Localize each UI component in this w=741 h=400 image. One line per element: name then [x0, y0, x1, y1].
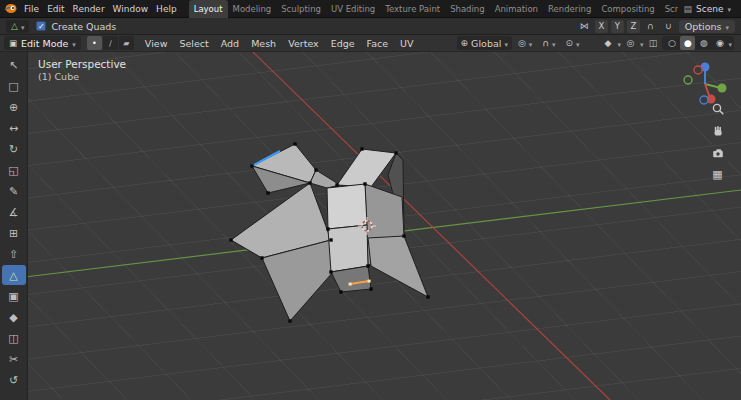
- tool-add-cube[interactable]: ⊞: [2, 223, 26, 243]
- gizmo-z-neg-ball[interactable]: [700, 96, 708, 104]
- tool-settings-right: ⋈ X Y Z ∩ ∪ Options: [577, 20, 735, 33]
- menu-window[interactable]: Window: [109, 0, 153, 18]
- workspace-tab-uv-editing[interactable]: UV Editing: [326, 0, 380, 18]
- menu-mesh[interactable]: Mesh: [246, 35, 281, 52]
- select-mode-buttons: • ∕ ▰: [87, 36, 134, 50]
- topbar-menus: File Edit Render Window Help: [20, 0, 181, 18]
- poly-build-tool-icon: △: [11, 22, 18, 31]
- falloff-icon[interactable]: ∪: [661, 20, 676, 33]
- workspace-tab-compositing[interactable]: Compositing: [596, 0, 659, 18]
- edge-select-button[interactable]: ∕: [103, 36, 118, 50]
- options-dropdown[interactable]: Options: [679, 20, 735, 33]
- orientation-dropdown[interactable]: ⊕ Global: [457, 36, 512, 50]
- tool-select-box[interactable]: □: [2, 76, 26, 96]
- blender-logo-icon[interactable]: [0, 3, 20, 14]
- menu-select[interactable]: Select: [174, 35, 213, 52]
- create-quads-checkbox[interactable]: [36, 21, 46, 31]
- tool-cursor[interactable]: ⊕: [2, 97, 26, 117]
- snapping-icon[interactable]: ∩: [643, 20, 658, 33]
- mesh-face[interactable]: [337, 149, 396, 187]
- tool-spin[interactable]: ↺: [2, 370, 26, 390]
- chevron-down-icon: [640, 38, 644, 49]
- overlays-dropdown[interactable]: ◎: [623, 36, 638, 50]
- viewport-side-buttons: ▦: [709, 100, 726, 183]
- zoom-button[interactable]: [709, 100, 726, 117]
- snap-toggle[interactable]: ∩: [538, 36, 559, 50]
- tool-bevel[interactable]: ◆: [2, 307, 26, 327]
- magnifier-icon: [711, 102, 725, 116]
- tool-poly-build[interactable]: △: [2, 265, 26, 285]
- scene-selector[interactable]: ▤ Scene: [678, 4, 741, 14]
- tool-tweak[interactable]: ↖: [2, 55, 26, 75]
- pivot-dropdown[interactable]: ◎: [514, 36, 536, 50]
- tool-knife[interactable]: ✂: [2, 349, 26, 369]
- workspace-tab-modeling[interactable]: Modeling: [228, 0, 277, 18]
- viewport-canvas[interactable]: [0, 52, 741, 400]
- chevron-down-icon: [728, 38, 732, 49]
- gizmo-dropdown[interactable]: ◆: [600, 36, 615, 50]
- menu-render[interactable]: Render: [69, 0, 109, 18]
- menu-edge[interactable]: Edge: [326, 35, 360, 52]
- mode-label: Edit Mode: [21, 38, 68, 49]
- workspace-tab-animation[interactable]: Animation: [490, 0, 543, 18]
- workspace-tab-shading[interactable]: Shading: [445, 0, 490, 18]
- mesh-face[interactable]: [368, 236, 428, 297]
- navigation-gizmo[interactable]: [681, 58, 729, 106]
- chevron-down-icon: [727, 4, 731, 14]
- shading-wireframe-button[interactable]: ○: [664, 36, 679, 50]
- tool-scale[interactable]: ◱: [2, 160, 26, 180]
- tool-extrude-region[interactable]: ⇧: [2, 244, 26, 264]
- scene-icon: ▤: [684, 4, 693, 14]
- shading-rendered-button[interactable]: ◉: [712, 36, 727, 50]
- mode-dropdown[interactable]: ▣ Edit Mode: [4, 36, 81, 50]
- workspace-tab-texture-paint[interactable]: Texture Paint: [380, 0, 445, 18]
- mirror-y-toggle[interactable]: Y: [611, 20, 624, 33]
- mesh-face[interactable]: [327, 184, 367, 229]
- workspace-tab-scripting[interactable]: Scripting: [660, 0, 678, 18]
- tool-loop-cut[interactable]: ◫: [2, 328, 26, 348]
- menu-uv[interactable]: UV: [395, 35, 418, 52]
- xray-toggle[interactable]: ◫: [645, 36, 660, 50]
- menu-edit[interactable]: Edit: [43, 0, 68, 18]
- chevron-down-icon: [552, 38, 556, 49]
- tool-annotate[interactable]: ✎: [2, 181, 26, 201]
- menu-help[interactable]: Help: [152, 0, 181, 18]
- toggle-ortho-button[interactable]: ▦: [709, 166, 726, 183]
- workspace-tab-sculpting[interactable]: Sculpting: [276, 0, 326, 18]
- viewport-display-options: ◆ ◎ ◫ ○ ● ◍ ◉: [600, 36, 737, 50]
- mirror-z-toggle[interactable]: Z: [627, 20, 640, 33]
- grid-icon: ▦: [712, 169, 722, 180]
- mesh-face[interactable]: [328, 225, 368, 272]
- face-select-button[interactable]: ▰: [119, 36, 134, 50]
- chevron-down-icon: [529, 38, 533, 49]
- shading-material-button[interactable]: ◍: [696, 36, 711, 50]
- gizmo-y-axis-ball[interactable]: [718, 84, 727, 93]
- pan-button[interactable]: [709, 122, 726, 139]
- chevron-down-icon: [576, 38, 580, 49]
- workspace-tab-layout[interactable]: Layout: [189, 0, 228, 18]
- menu-add[interactable]: Add: [216, 35, 244, 52]
- mirror-x-toggle[interactable]: X: [595, 20, 608, 33]
- gizmo-x-neg-ball[interactable]: [694, 66, 702, 74]
- chevron-down-icon: [617, 38, 621, 49]
- menu-face[interactable]: Face: [362, 35, 393, 52]
- active-tool-indicator[interactable]: △: [6, 20, 29, 33]
- tool-inset-faces[interactable]: ▣: [2, 286, 26, 306]
- vertex-select-button[interactable]: •: [87, 36, 102, 50]
- viewport-3d[interactable]: User Perspective (1) Cube: [0, 52, 741, 400]
- tool-shelf: ↖ □ ⊕ ↔ ↻ ◱ ✎ ∡ ⊞ ⇧ △ ▣ ◆ ◫ ✂ ↺: [0, 52, 28, 400]
- gizmo-y-neg-ball[interactable]: [684, 76, 692, 84]
- proportional-editing-dropdown[interactable]: ⊙: [561, 36, 583, 50]
- menu-file[interactable]: File: [20, 0, 43, 18]
- create-quads-option: Create Quads: [36, 21, 116, 32]
- tool-measure[interactable]: ∡: [2, 202, 26, 222]
- tool-move[interactable]: ↔: [2, 118, 26, 138]
- menu-view[interactable]: View: [140, 35, 173, 52]
- tool-rotate[interactable]: ↻: [2, 139, 26, 159]
- mesh-object[interactable]: [231, 144, 428, 321]
- menu-vertex[interactable]: Vertex: [283, 35, 324, 52]
- shading-solid-button[interactable]: ●: [680, 36, 695, 50]
- camera-view-button[interactable]: [709, 144, 726, 161]
- orientation-icon: ⊕: [461, 38, 469, 48]
- workspace-tab-rendering[interactable]: Rendering: [543, 0, 596, 18]
